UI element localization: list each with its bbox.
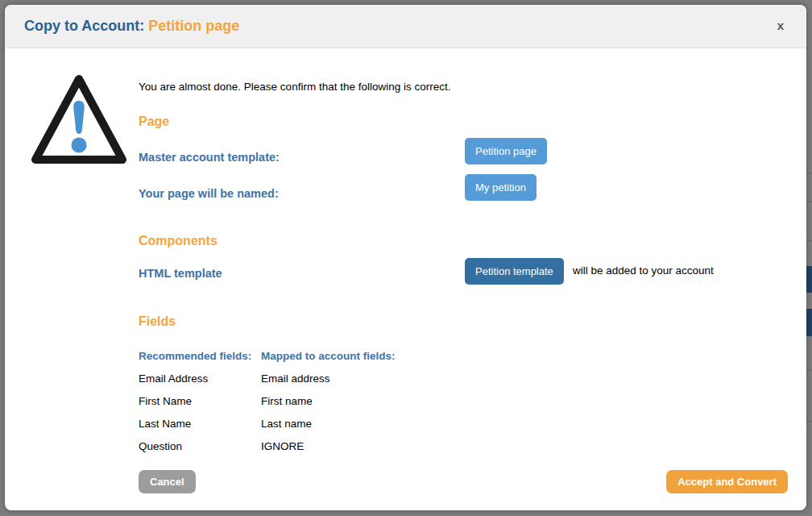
dialog-title: Copy to Account: Petition page: [24, 18, 239, 35]
mapped-field-value: Email address: [261, 372, 330, 385]
backdrop-line: [806, 173, 812, 174]
confirmation-message: You are almost done. Please confirm that…: [139, 81, 450, 93]
mapped-field-value: Last name: [261, 418, 312, 430]
backdrop-line: [806, 421, 812, 422]
html-template-label: HTML template: [139, 267, 222, 280]
recommended-field-value: First Name: [139, 395, 192, 407]
page-name-value-button[interactable]: My petition: [465, 174, 536, 201]
recommended-field-value: Last Name: [139, 418, 191, 430]
recommended-fields-header: Recommended fields:: [139, 350, 251, 362]
html-template-suffix-text: will be added to your account: [573, 264, 714, 277]
recommended-field-value: Question: [139, 440, 182, 452]
copy-to-account-dialog: Copy to Account: Petition page x You are…: [5, 5, 806, 510]
backdrop-button-fragment: [806, 309, 812, 336]
dialog-header: Copy to Account: Petition page x: [5, 5, 806, 48]
backdrop-line: [806, 201, 812, 202]
mapped-field-value: IGNORE: [261, 440, 304, 452]
section-heading-components: Components: [139, 234, 218, 248]
close-icon[interactable]: x: [777, 18, 784, 34]
html-template-value-button[interactable]: Petition template: [465, 258, 564, 285]
backdrop-line: [806, 369, 812, 371]
dialog-title-page-name: Petition page: [148, 18, 239, 34]
section-heading-fields: Fields: [139, 314, 176, 329]
mapped-fields-header: Mapped to account fields:: [261, 350, 396, 362]
page-name-label: Your page will be named:: [139, 187, 279, 200]
recommended-field-value: Email Address: [139, 372, 208, 385]
dialog-body: You are almost done. Please confirm that…: [5, 48, 806, 510]
mapped-field-value: First name: [261, 395, 313, 407]
section-heading-page: Page: [139, 114, 169, 129]
accept-and-convert-button[interactable]: Accept and Convert: [666, 470, 788, 493]
warning-triangle-icon: [27, 71, 130, 179]
cancel-button[interactable]: Cancel: [139, 470, 196, 493]
dialog-title-prefix: Copy to Account:: [24, 18, 148, 34]
backdrop-button-fragment: [806, 266, 812, 293]
master-template-label: Master account template:: [139, 151, 280, 164]
master-template-value-button[interactable]: Petition page: [465, 138, 547, 164]
backdrop-line: [806, 240, 812, 242]
